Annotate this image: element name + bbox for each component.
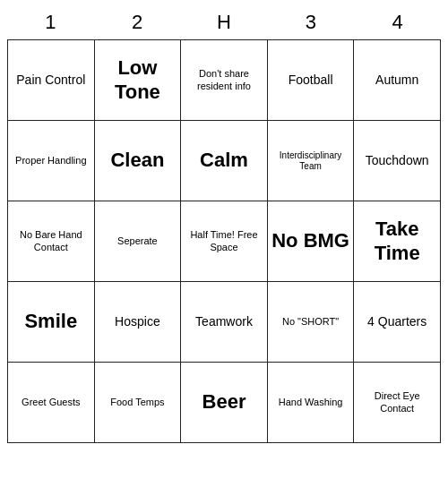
cell-text: Greet Guests [22, 397, 80, 408]
column-headers: 12H34 [7, 7, 441, 38]
bingo-cell: Teamwork [181, 282, 268, 363]
column-header: 3 [267, 7, 354, 38]
bingo-grid: Pain ControlLow ToneDon't share resident… [7, 39, 441, 443]
bingo-card: 12H34 Pain ControlLow ToneDon't share re… [7, 7, 441, 443]
bingo-cell: Smile [8, 282, 95, 363]
column-header: 1 [7, 7, 94, 38]
cell-text: Hospice [115, 314, 160, 329]
bingo-cell: Clean [95, 121, 182, 201]
bingo-cell: No Bare Hand Contact [8, 201, 95, 282]
bingo-cell: Direct Eye Contact [354, 363, 441, 443]
bingo-cell: Hospice [95, 282, 182, 363]
cell-text: Proper Handling [15, 155, 87, 167]
cell-text: 4 Quarters [367, 314, 426, 329]
cell-text: Low Tone [98, 56, 178, 104]
bingo-cell: Hand Washing [268, 363, 355, 443]
bingo-cell: No BMG [268, 201, 355, 282]
cell-text: No "SHORT" [282, 316, 339, 328]
column-header: H [181, 7, 268, 38]
bingo-cell: Proper Handling [8, 121, 95, 201]
cell-text: Clean [110, 149, 164, 172]
bingo-cell: No "SHORT" [268, 282, 355, 363]
bingo-cell: Seperate [95, 201, 182, 282]
cell-text: Take Time [357, 218, 437, 265]
bingo-cell: Take Time [354, 201, 441, 282]
cell-text: Half Time! Free Space [184, 229, 264, 252]
bingo-cell: Pain Control [8, 40, 95, 121]
bingo-cell: Don't share resident info [181, 40, 268, 121]
cell-text: Interdisciplinary Team [271, 150, 351, 172]
bingo-cell: Calm [181, 121, 268, 201]
bingo-cell: Beer [181, 363, 268, 443]
cell-text: Teamwork [195, 314, 253, 329]
bingo-cell: 4 Quarters [354, 282, 441, 363]
cell-text: No BMG [271, 229, 349, 252]
bingo-cell: Low Tone [95, 40, 182, 121]
bingo-cell: Food Temps [95, 363, 182, 443]
cell-text: Beer [202, 390, 246, 414]
bingo-cell: Touchdown [354, 121, 441, 201]
bingo-cell: Greet Guests [8, 363, 95, 443]
cell-text: No Bare Hand Contact [11, 229, 91, 252]
cell-text: Football [289, 73, 333, 88]
bingo-cell: Interdisciplinary Team [268, 121, 355, 201]
cell-text: Seperate [117, 235, 158, 247]
cell-text: Pain Control [16, 73, 85, 88]
cell-text: Touchdown [366, 153, 429, 168]
column-header: 4 [354, 7, 441, 38]
bingo-cell: Football [268, 40, 355, 121]
cell-text: Direct Eye Contact [357, 390, 437, 414]
cell-text: Calm [200, 149, 248, 172]
cell-text: Don't share resident info [184, 68, 264, 91]
cell-text: Food Temps [110, 397, 164, 408]
cell-text: Autumn [375, 73, 418, 88]
column-header: 2 [94, 7, 181, 38]
bingo-cell: Half Time! Free Space [181, 201, 268, 282]
bingo-cell: Autumn [354, 40, 441, 121]
cell-text: Smile [24, 310, 77, 333]
cell-text: Hand Washing [279, 397, 343, 408]
